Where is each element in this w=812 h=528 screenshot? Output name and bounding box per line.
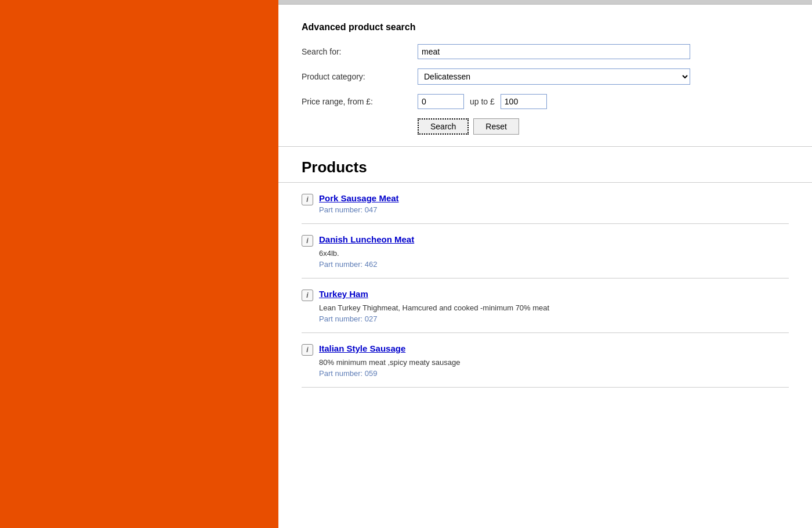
price-separator: up to £	[470, 97, 495, 106]
section-title: Advanced product search	[302, 22, 789, 32]
product-item-1: i Pork Sausage Meat Part number: 047	[302, 183, 789, 224]
products-title: Products	[302, 158, 789, 176]
price-label: Price range, from £:	[302, 97, 418, 106]
sidebar	[0, 0, 278, 528]
price-row: Price range, from £: up to £	[302, 94, 789, 109]
price-to-input[interactable]	[501, 94, 547, 109]
product-header-2: i Danish Luncheon Meat	[302, 234, 789, 247]
product-header-4: i Italian Style Sausage	[302, 343, 789, 356]
price-inputs: up to £	[418, 94, 547, 109]
search-row: Search for:	[302, 44, 789, 59]
product-name-3[interactable]: Turkey Ham	[319, 289, 368, 299]
info-icon-1[interactable]: i	[302, 194, 313, 205]
product-part-1: Part number: 047	[319, 205, 789, 214]
search-section: Advanced product search Search for: Prod…	[278, 5, 812, 146]
main-content: Advanced product search Search for: Prod…	[278, 0, 812, 528]
search-button[interactable]: Search	[418, 118, 469, 135]
info-icon-3[interactable]: i	[302, 290, 313, 301]
product-description-3: Lean Turkey Thighmeat, Hamcured and cook…	[319, 303, 789, 312]
price-from-input[interactable]	[418, 94, 464, 109]
product-name-1[interactable]: Pork Sausage Meat	[319, 193, 399, 203]
product-part-3: Part number: 027	[319, 314, 789, 323]
product-item-4: i Italian Style Sausage 80% minimum meat…	[302, 333, 789, 388]
search-label: Search for:	[302, 47, 418, 56]
category-label: Product category:	[302, 72, 418, 81]
info-icon-4[interactable]: i	[302, 344, 313, 356]
product-name-2[interactable]: Danish Luncheon Meat	[319, 234, 414, 244]
product-item-3: i Turkey Ham Lean Turkey Thighmeat, Hamc…	[302, 279, 789, 333]
product-name-4[interactable]: Italian Style Sausage	[319, 343, 405, 353]
product-header-3: i Turkey Ham	[302, 289, 789, 301]
product-description-2: 6x4lb.	[319, 249, 789, 258]
product-header-1: i Pork Sausage Meat	[302, 193, 789, 205]
product-description-4: 80% minimum meat ,spicy meaty sausage	[319, 358, 789, 367]
product-part-2: Part number: 462	[319, 260, 789, 269]
search-input[interactable]	[418, 44, 690, 59]
info-icon-2[interactable]: i	[302, 235, 313, 247]
reset-button[interactable]: Reset	[473, 118, 519, 135]
product-item-2: i Danish Luncheon Meat 6x4lb. Part numbe…	[302, 224, 789, 279]
category-select[interactable]: Delicatessen Bakery Beverages Dairy Froz…	[418, 68, 690, 85]
product-list: i Pork Sausage Meat Part number: 047 i D…	[278, 183, 812, 388]
section-divider	[278, 146, 812, 147]
product-part-4: Part number: 059	[319, 369, 789, 378]
button-row: Search Reset	[418, 118, 789, 135]
category-row: Product category: Delicatessen Bakery Be…	[302, 68, 789, 85]
top-border	[278, 0, 812, 5]
